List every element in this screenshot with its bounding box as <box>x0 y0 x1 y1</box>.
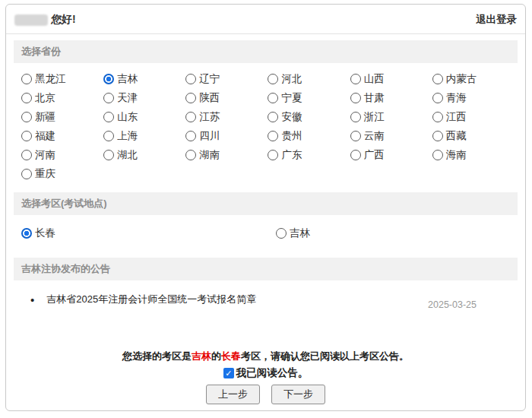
next-step-button[interactable]: 下一步 <box>271 385 325 404</box>
radio-icon[interactable] <box>21 93 32 103</box>
province-option-label: 新疆 <box>35 110 55 124</box>
province-option-label: 天津 <box>117 91 138 105</box>
radio-selected-icon[interactable] <box>21 228 32 239</box>
radio-icon[interactable] <box>350 150 361 160</box>
province-option-label: 浙江 <box>364 110 385 124</box>
radio-icon[interactable] <box>350 112 361 122</box>
radio-selected-icon[interactable] <box>103 74 114 84</box>
radio-icon[interactable] <box>350 131 361 141</box>
province-option-label: 陕西 <box>199 91 220 105</box>
province-option-14[interactable]: 江苏 <box>185 108 268 126</box>
radio-icon[interactable] <box>350 74 361 84</box>
logout-link[interactable]: 退出登录 <box>476 13 517 27</box>
radio-icon[interactable] <box>432 112 443 122</box>
province-option-label: 西藏 <box>446 129 467 143</box>
radio-icon[interactable] <box>268 131 278 141</box>
radio-icon[interactable] <box>103 93 114 103</box>
province-option-25[interactable]: 湖北 <box>103 146 185 164</box>
radio-icon[interactable] <box>21 169 32 179</box>
radio-icon[interactable] <box>185 131 196 141</box>
province-option-17[interactable]: 江西 <box>432 108 515 126</box>
radio-icon[interactable] <box>432 93 443 103</box>
province-option-21[interactable]: 贵州 <box>268 127 350 145</box>
province-option-29[interactable]: 海南 <box>432 146 515 164</box>
radio-icon[interactable] <box>185 150 196 160</box>
province-option-16[interactable]: 浙江 <box>350 108 432 126</box>
province-option-26[interactable]: 湖南 <box>185 146 268 164</box>
province-option-10[interactable]: 甘肃 <box>350 89 432 107</box>
radio-icon[interactable] <box>432 74 443 84</box>
province-option-28[interactable]: 广西 <box>350 146 432 164</box>
province-option-18[interactable]: 福建 <box>21 127 103 145</box>
radio-icon[interactable] <box>268 93 278 103</box>
radio-icon[interactable] <box>432 131 443 141</box>
radio-icon[interactable] <box>268 150 278 160</box>
checkbox-checked-icon[interactable]: ✓ <box>223 368 234 378</box>
announcement-row: •吉林省2025年注册会计师全国统一考试报名简章2025-03-25 <box>6 280 525 310</box>
radio-icon[interactable] <box>185 74 196 84</box>
province-option-label: 甘肃 <box>364 91 385 105</box>
radio-icon[interactable] <box>432 150 443 160</box>
radio-icon[interactable] <box>268 74 278 84</box>
exam-area-option-label: 长春 <box>35 226 55 240</box>
radio-icon[interactable] <box>21 112 32 122</box>
province-option-label: 福建 <box>35 129 55 143</box>
province-option-23[interactable]: 西藏 <box>432 127 515 145</box>
radio-icon[interactable] <box>276 228 287 239</box>
province-option-13[interactable]: 山东 <box>103 108 185 126</box>
province-option-label: 四川 <box>199 129 220 143</box>
province-option-label: 北京 <box>35 91 55 105</box>
province-option-19[interactable]: 上海 <box>103 127 185 145</box>
announcement-link[interactable]: 吉林省2025年注册会计师全国统一考试报名简章 <box>46 293 256 306</box>
province-option-3[interactable]: 河北 <box>268 70 350 88</box>
radio-icon[interactable] <box>350 93 361 103</box>
province-option-label: 黑龙江 <box>35 72 66 86</box>
greeting-text: 您好! <box>51 13 76 27</box>
province-option-15[interactable]: 安徽 <box>268 108 350 126</box>
province-option-20[interactable]: 四川 <box>185 127 268 145</box>
radio-icon[interactable] <box>185 112 196 122</box>
province-option-22[interactable]: 云南 <box>350 127 432 145</box>
province-option-5[interactable]: 内蒙古 <box>432 70 515 88</box>
prev-step-button[interactable]: 上一步 <box>206 385 260 404</box>
province-option-12[interactable]: 新疆 <box>21 108 103 126</box>
radio-icon[interactable] <box>21 74 32 84</box>
province-option-30[interactable]: 重庆 <box>21 165 103 183</box>
exam-area-option-0[interactable]: 长春 <box>21 224 276 242</box>
radio-icon[interactable] <box>103 112 114 122</box>
confirm-province: 吉林 <box>192 350 211 362</box>
radio-icon[interactable] <box>21 150 32 160</box>
province-option-label: 云南 <box>364 129 385 143</box>
checkbox-label: 我已阅读公告。 <box>236 366 309 380</box>
province-option-9[interactable]: 宁夏 <box>268 89 350 107</box>
top-bar: 您好! 退出登录 <box>6 5 525 34</box>
province-option-label: 青海 <box>446 91 467 105</box>
province-option-label: 内蒙古 <box>446 72 477 86</box>
province-option-label: 江西 <box>446 110 467 124</box>
province-option-27[interactable]: 广东 <box>268 146 350 164</box>
province-option-4[interactable]: 山西 <box>350 70 432 88</box>
province-option-1[interactable]: 吉林 <box>103 70 185 88</box>
province-option-label: 河南 <box>35 148 55 162</box>
province-option-0[interactable]: 黑龙江 <box>21 70 103 88</box>
area-section-title: 选择考区(考试地点) <box>14 192 518 215</box>
province-option-6[interactable]: 北京 <box>21 89 103 107</box>
province-option-label: 江苏 <box>199 110 220 124</box>
province-option-2[interactable]: 辽宁 <box>185 70 268 88</box>
radio-icon[interactable] <box>185 93 196 103</box>
step-buttons: 上一步 下一步 <box>6 385 525 404</box>
confirm-city: 长春 <box>221 350 241 362</box>
exam-area-option-label: 吉林 <box>290 226 310 240</box>
radio-icon[interactable] <box>268 112 278 122</box>
exam-area-option-1[interactable]: 吉林 <box>276 224 515 242</box>
radio-icon[interactable] <box>103 150 114 160</box>
province-option-7[interactable]: 天津 <box>103 89 185 107</box>
read-announcement-checkbox-row[interactable]: ✓ 我已阅读公告。 <box>223 366 309 380</box>
province-option-label: 辽宁 <box>199 72 220 86</box>
province-option-11[interactable]: 青海 <box>432 89 515 107</box>
province-option-label: 安徽 <box>281 110 302 124</box>
radio-icon[interactable] <box>21 131 32 141</box>
province-option-8[interactable]: 陕西 <box>185 89 268 107</box>
radio-icon[interactable] <box>103 131 114 141</box>
province-option-24[interactable]: 河南 <box>21 146 103 164</box>
